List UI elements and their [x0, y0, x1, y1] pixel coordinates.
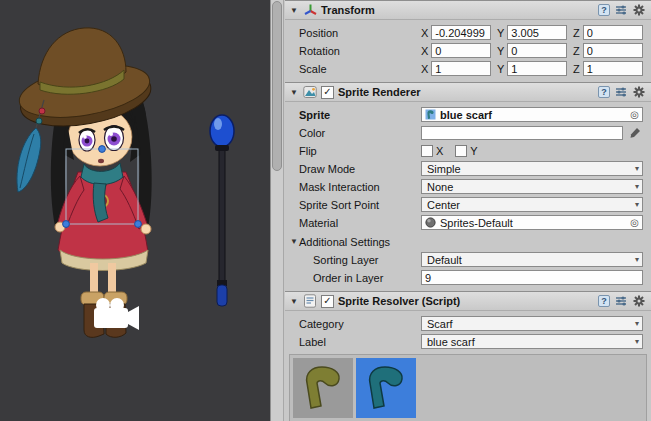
sprite-sort-point-dropdown[interactable]: Center ▾ — [421, 197, 643, 212]
material-object-field[interactable]: Sprites-Default ◎ — [421, 215, 643, 230]
label-dropdown[interactable]: blue scarf ▾ — [421, 334, 643, 349]
object-picker-icon[interactable]: ◎ — [630, 110, 639, 120]
axis-x-label: X — [421, 27, 428, 39]
eyedropper-icon[interactable] — [627, 127, 643, 139]
additional-settings-label: Additional Settings — [299, 236, 390, 248]
scale-y-field[interactable] — [507, 61, 567, 76]
sprite-resolver-script-icon — [303, 294, 317, 308]
object-picker-icon[interactable]: ◎ — [630, 218, 639, 228]
sprite-object-field[interactable]: blue scarf ◎ — [421, 107, 643, 122]
sprite-renderer-icon — [303, 85, 317, 99]
presets-icon[interactable] — [614, 294, 628, 308]
sprite-object-name: blue scarf — [440, 109, 492, 121]
axis-y-label: Y — [497, 45, 504, 57]
component-enabled-checkbox[interactable]: ✓ — [321, 295, 334, 308]
foldout-icon[interactable]: ▼ — [289, 237, 299, 246]
scene-view[interactable] — [0, 0, 270, 421]
dropdown-arrow-icon: ▾ — [635, 182, 639, 191]
transform-header[interactable]: ▼ Transform ? — [285, 0, 651, 20]
scale-z-field[interactable] — [583, 61, 643, 76]
category-value: Scarf — [427, 318, 453, 330]
rotation-x-field[interactable] — [431, 43, 491, 58]
axis-y-label: Y — [497, 27, 504, 39]
sprite-resolver-header[interactable]: ▼ ✓ Sprite Resolver (Script) ? — [285, 291, 651, 311]
help-icon[interactable]: ? — [598, 86, 610, 98]
axis-x-label: X — [421, 45, 428, 57]
sprite-variant-green-scarf[interactable] — [293, 358, 353, 418]
character-sprite[interactable] — [15, 28, 155, 337]
mask-interaction-dropdown[interactable]: None ▾ — [421, 179, 643, 194]
flip-y-checkbox[interactable] — [455, 145, 467, 157]
mask-interaction-row: Mask Interaction None ▾ — [285, 178, 651, 195]
gear-icon[interactable] — [632, 294, 646, 308]
position-z-field[interactable] — [583, 25, 643, 40]
component-enabled-checkbox[interactable]: ✓ — [321, 86, 334, 99]
material-label: Material — [299, 217, 421, 229]
gear-icon[interactable] — [632, 85, 646, 99]
staff-sprite[interactable] — [210, 115, 234, 306]
inspector-panel: ▼ Transform ? — [285, 0, 651, 421]
inspector-scrollbar[interactable] — [270, 0, 284, 421]
presets-icon[interactable] — [614, 3, 628, 17]
position-y-field[interactable] — [507, 25, 567, 40]
sprite-sort-point-value: Center — [427, 199, 460, 211]
sprite-sort-point-label: Sprite Sort Point — [299, 199, 421, 211]
draw-mode-row: Draw Mode Simple ▾ — [285, 160, 651, 177]
scene-canvas — [0, 0, 270, 421]
mask-interaction-label: Mask Interaction — [299, 181, 421, 193]
draw-mode-value: Simple — [427, 163, 461, 175]
flip-x-checkbox[interactable] — [421, 145, 433, 157]
scrollbar-thumb[interactable] — [272, 1, 282, 171]
gear-icon[interactable] — [632, 3, 646, 17]
scale-row: Scale X Y Z — [285, 60, 651, 77]
label-label: Label — [299, 336, 421, 348]
sprite-row: Sprite blue scarf ◎ — [285, 106, 651, 123]
sprite-sort-point-row: Sprite Sort Point Center ▾ — [285, 196, 651, 213]
rotation-z-field[interactable] — [583, 43, 643, 58]
position-label: Position — [299, 27, 421, 39]
draw-mode-label: Draw Mode — [299, 163, 421, 175]
help-icon[interactable]: ? — [598, 4, 610, 16]
axis-z-label: Z — [573, 63, 580, 75]
category-dropdown[interactable]: Scarf ▾ — [421, 316, 643, 331]
scale-x-field[interactable] — [431, 61, 491, 76]
help-icon[interactable]: ? — [598, 295, 610, 307]
sorting-layer-value: Default — [427, 254, 462, 266]
dropdown-arrow-icon: ▾ — [635, 337, 639, 346]
material-row: Material Sprites-Default ◎ — [285, 214, 651, 231]
flip-x-label: X — [436, 145, 443, 157]
sorting-layer-dropdown[interactable]: Default ▾ — [421, 252, 643, 267]
rotation-y-field[interactable] — [507, 43, 567, 58]
component-title: Transform — [321, 4, 375, 16]
mask-interaction-value: None — [427, 181, 453, 193]
foldout-icon[interactable]: ▼ — [289, 6, 299, 15]
scale-label: Scale — [299, 63, 421, 75]
order-in-layer-field[interactable] — [421, 270, 643, 285]
label-row: Label blue scarf ▾ — [285, 333, 651, 350]
color-label: Color — [299, 127, 421, 139]
foldout-icon[interactable]: ▼ — [289, 88, 299, 97]
camera-gizmo-icon[interactable] — [94, 298, 139, 330]
selection-handle — [135, 221, 142, 228]
axis-z-label: Z — [573, 27, 580, 39]
order-in-layer-label: Order in Layer — [299, 272, 421, 284]
sprite-label: Sprite — [299, 109, 421, 121]
dropdown-arrow-icon: ▾ — [635, 200, 639, 209]
color-swatch[interactable] — [421, 126, 623, 140]
additional-settings-foldout[interactable]: ▼ Additional Settings — [285, 233, 651, 250]
draw-mode-dropdown[interactable]: Simple ▾ — [421, 161, 643, 176]
foldout-icon[interactable]: ▼ — [289, 297, 299, 306]
flip-label: Flip — [299, 145, 421, 157]
sprite-variant-strip — [289, 354, 647, 421]
sprite-renderer-header[interactable]: ▼ ✓ Sprite Renderer ? — [285, 82, 651, 102]
dropdown-arrow-icon: ▾ — [635, 319, 639, 328]
color-row: Color — [285, 124, 651, 141]
sprite-variant-blue-scarf-selected[interactable] — [356, 358, 416, 418]
sorting-layer-row: Sorting Layer Default ▾ — [285, 251, 651, 268]
rotation-label: Rotation — [299, 45, 421, 57]
order-in-layer-row: Order in Layer — [285, 269, 651, 286]
presets-icon[interactable] — [614, 85, 628, 99]
axis-z-label: Z — [573, 45, 580, 57]
label-value: blue scarf — [427, 336, 475, 348]
position-x-field[interactable] — [431, 25, 491, 40]
